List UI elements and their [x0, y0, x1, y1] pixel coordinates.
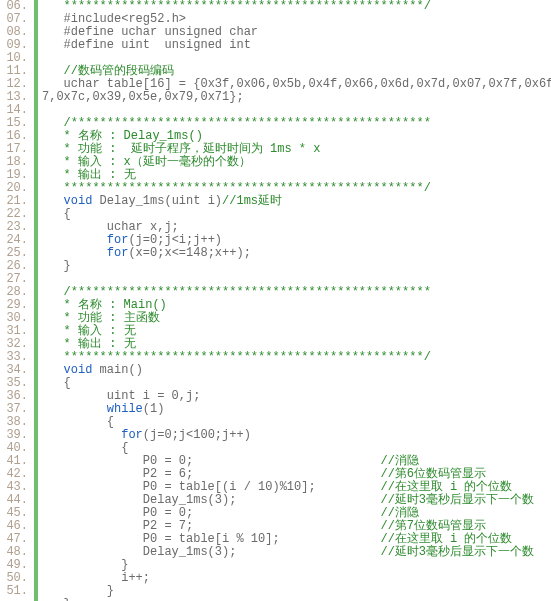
code-text: P0 = 0; [143, 506, 381, 520]
code-text: i++; [121, 571, 150, 585]
code-line: for(x=0;x<=148;x++); [42, 247, 551, 260]
comment-text: * 功能 : 主函数 [64, 311, 160, 325]
code-text: uint i = 0,j; [107, 389, 201, 403]
code-text: P0 = table[i % 10]; [143, 532, 381, 546]
keyword-text: for [107, 246, 129, 260]
code-text: #define uchar unsigned char [64, 25, 258, 39]
code-line: for(j=0;j<100;j++) [42, 429, 551, 442]
code-text: (j=0;j<100;j++) [143, 428, 251, 442]
comment-text: //消隐 [380, 454, 418, 468]
comment-text: //第6位数码管显示 [380, 467, 486, 481]
comment-text: * 名称 : Main() [64, 298, 167, 312]
code-text: } [121, 558, 128, 572]
code-text: P0 = 0; [143, 454, 381, 468]
code-text: { [64, 207, 71, 221]
code-text: main() [92, 363, 142, 377]
code-text: uchar table[16] = {0x3f,0x06,0x5b,0x4f,0… [64, 77, 551, 91]
comment-text: * 名称 : Delay_1ms() [64, 129, 203, 143]
code-text: 7,0x7c,0x39,0x5e,0x79,0x71}; [42, 90, 244, 104]
code-area: ****************************************… [40, 0, 551, 601]
keyword-text: void [64, 363, 93, 377]
comment-text: /***************************************… [64, 285, 431, 299]
code-text: Delay_1ms(3); [143, 493, 381, 507]
comment-text: ****************************************… [64, 181, 431, 195]
keyword-text: void [64, 194, 93, 208]
line-number: 51. [4, 585, 28, 598]
comment-text: * 输入 : x（延时一毫秒的个数） [64, 155, 251, 169]
code-text: (1) [143, 402, 165, 416]
keyword-text: for [107, 233, 129, 247]
comment-text: ****************************************… [64, 350, 431, 364]
code-text: } [64, 597, 71, 601]
code-line: } [42, 260, 551, 273]
comment-text: /***************************************… [64, 116, 431, 130]
keyword-text: while [107, 402, 143, 416]
code-text: P0 = table[(i / 10)%10]; [143, 480, 381, 494]
code-text: { [64, 376, 71, 390]
code-text: Delay_1ms(uint i) [92, 194, 222, 208]
comment-text: //在这里取 i 的个位数 [380, 480, 512, 494]
code-line: void Delay_1ms(uint i)//1ms延时 [42, 195, 551, 208]
comment-text: * 输出 : 无 [64, 168, 136, 182]
comment-text: //1ms延时 [222, 194, 282, 208]
code-text: #define uint unsigned int [64, 38, 251, 52]
code-line: 7,0x7c,0x39,0x5e,0x79,0x71}; [42, 91, 551, 104]
comment-text: //延时3毫秒后显示下一个数 [380, 545, 534, 559]
code-text: { [107, 415, 114, 429]
change-rail [34, 0, 38, 601]
keyword-text: for [121, 428, 143, 442]
code-line: } [42, 559, 551, 572]
comment-text: //延时3毫秒后显示下一个数 [380, 493, 534, 507]
code-text: } [107, 584, 114, 598]
code-text: (x=0;x<=148;x++); [128, 246, 250, 260]
code-line: } [42, 585, 551, 598]
code-line: #define uint unsigned int [42, 39, 551, 52]
comment-text: //在这里取 i 的个位数 [380, 532, 512, 546]
code-line: { [42, 416, 551, 429]
comment-text: //第7位数码管显示 [380, 519, 486, 533]
code-line: Delay_1ms(3); //延时3毫秒后显示下一个数 [42, 546, 551, 559]
code-line: while(1) [42, 403, 551, 416]
line-number-gutter: 06.07.08.09.10.11.12.13.14.15.16.17.18.1… [0, 0, 34, 601]
comment-text: * 输入 : 无 [64, 324, 136, 338]
comment-text: * 功能 : 延时子程序，延时时间为 1ms * x [64, 142, 321, 156]
code-text: Delay_1ms(3); [143, 545, 381, 559]
code-text: } [64, 259, 71, 273]
code-editor: 06.07.08.09.10.11.12.13.14.15.16.17.18.1… [0, 0, 551, 601]
code-text: #include<reg52.h> [64, 12, 186, 26]
comment-text: //消隐 [380, 506, 418, 520]
code-text: P2 = 6; [143, 467, 381, 481]
code-line: void main() [42, 364, 551, 377]
comment-text: //数码管的段码编码 [64, 64, 174, 78]
code-text: (j=0;j<i;j++) [128, 233, 222, 247]
code-line: i++; [42, 572, 551, 585]
comment-text: * 输出 : 无 [64, 337, 136, 351]
code-text: { [121, 441, 128, 455]
code-text: uchar x,j; [107, 220, 179, 234]
code-text: P2 = 7; [143, 519, 381, 533]
